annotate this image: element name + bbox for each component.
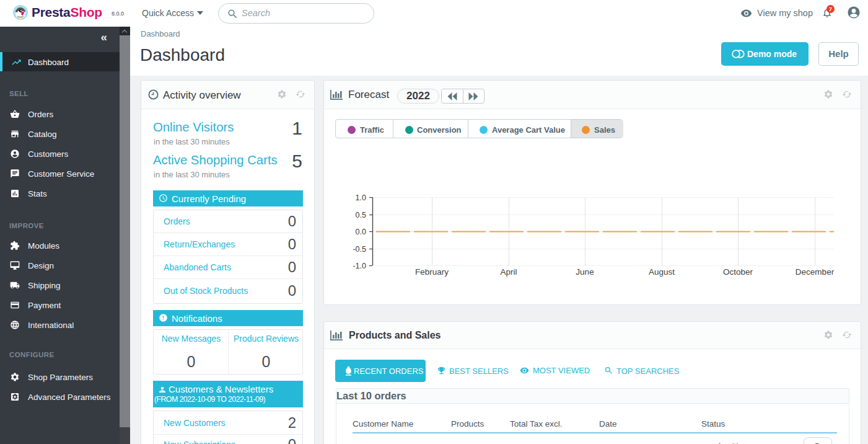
svg-text:August: August [649,267,675,277]
svg-text:December: December [796,267,835,277]
svg-text:June: June [576,267,594,277]
svg-text:0.0: 0.0 [356,228,366,236]
svg-text:-0.5: -0.5 [353,245,366,254]
svg-text:0.5: 0.5 [356,211,366,220]
svg-text:-1.0: -1.0 [353,262,366,270]
svg-text:April: April [500,267,517,277]
svg-text:1.0: 1.0 [356,193,366,202]
svg-text:October: October [723,267,753,277]
svg-text:February: February [415,267,449,277]
